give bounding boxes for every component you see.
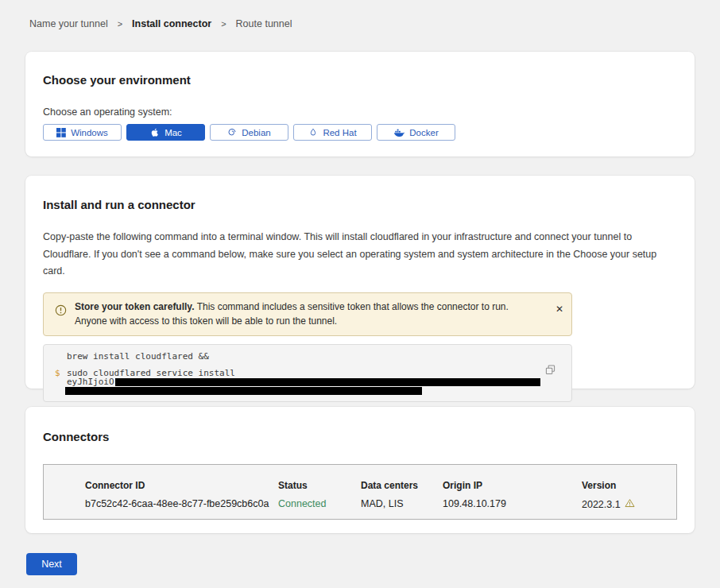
install-connector-card: Install and run a connector Copy-paste t… — [25, 176, 695, 389]
redacted-token-bar — [65, 387, 422, 395]
token-warning-title: Store your token carefully. — [75, 301, 195, 312]
connectors-card: Connectors Connector ID Status Data cent… — [25, 407, 695, 533]
breadcrumb-step-install-connector[interactable]: Install connector — [132, 18, 211, 29]
docker-whale-icon — [393, 128, 405, 137]
os-button-group: Windows Mac Debian Red Hat Docker — [43, 124, 677, 141]
debian-swirl-icon — [227, 128, 237, 137]
os-button-label: Red Hat — [323, 128, 356, 137]
origin-ip-value: 109.48.10.179 — [443, 498, 582, 510]
breadcrumb-step-name-your-tunnel[interactable]: Name your tunnel — [29, 18, 108, 29]
version-number: 2022.3.1 — [582, 499, 621, 510]
os-button-label: Mac — [165, 128, 182, 137]
connector-id-value: b7c52c42-6caa-48ee-8c77-fbe259cb6c0a — [85, 498, 278, 510]
header-version: Version — [582, 480, 676, 491]
connectors-card-title: Connectors — [43, 430, 677, 443]
code-line-brew-install: brew install cloudflared && — [44, 352, 571, 361]
choose-environment-card: Choose your environment Choose an operat… — [25, 52, 695, 157]
os-button-mac[interactable]: Mac — [126, 124, 205, 141]
code-line-service-install-text: sudo cloudflared service install — [67, 368, 235, 378]
table-row: b7c52c42-6caa-48ee-8c77-fbe259cb6c0a Con… — [85, 498, 676, 510]
os-button-docker[interactable]: Docker — [377, 124, 455, 141]
header-data-centers: Data centers — [361, 480, 443, 491]
next-button[interactable]: Next — [26, 553, 77, 575]
install-command-codeblock: brew install cloudflared && $ sudo cloud… — [43, 344, 572, 402]
warning-triangle-icon — [625, 498, 635, 510]
os-button-redhat[interactable]: Red Hat — [293, 124, 372, 141]
breadcrumb: Name your tunnel > Install connector > R… — [0, 0, 720, 29]
code-line-token: eyJhIjoiO — [44, 377, 571, 386]
close-icon[interactable]: ✕ — [555, 304, 563, 314]
os-button-label: Windows — [71, 128, 108, 137]
os-button-debian[interactable]: Debian — [210, 124, 288, 141]
code-line-service-install: $ sudo cloudflared service install — [44, 369, 571, 377]
install-card-description: Copy-paste the following command into a … — [43, 229, 677, 280]
data-centers-value: MAD, LIS — [361, 498, 443, 510]
shell-prompt: $ — [55, 369, 60, 377]
token-warning-banner: Store your token carefully. This command… — [43, 292, 572, 336]
os-button-label: Debian — [242, 128, 270, 137]
copy-icon[interactable] — [545, 365, 555, 377]
connectors-table: Connector ID Status Data centers Origin … — [43, 464, 677, 520]
code-line-token-continued — [44, 386, 571, 395]
redacted-token-bar — [115, 378, 540, 386]
header-status: Status — [278, 480, 361, 491]
os-button-windows[interactable]: Windows — [43, 124, 122, 141]
breadcrumb-separator-icon: > — [221, 19, 226, 29]
connectors-table-header: Connector ID Status Data centers Origin … — [85, 480, 676, 491]
breadcrumb-separator-icon: > — [118, 19, 122, 29]
header-origin-ip: Origin IP — [443, 480, 582, 491]
breadcrumb-step-route-tunnel[interactable]: Route tunnel — [236, 18, 292, 29]
os-button-label: Docker — [409, 128, 438, 137]
windows-logo-icon — [56, 128, 66, 137]
status-badge: Connected — [278, 498, 361, 510]
apple-logo-icon — [149, 127, 160, 137]
version-value: 2022.3.1 — [582, 498, 676, 510]
os-select-label: Choose an operating system: — [43, 106, 677, 118]
token-warning-text: Store your token carefully. This command… — [75, 300, 542, 329]
header-connector-id: Connector ID — [85, 480, 278, 491]
environment-card-title: Choose your environment — [43, 73, 677, 87]
redhat-icon — [308, 128, 318, 137]
install-card-title: Install and run a connector — [43, 198, 677, 211]
alert-circle-icon — [55, 304, 67, 319]
